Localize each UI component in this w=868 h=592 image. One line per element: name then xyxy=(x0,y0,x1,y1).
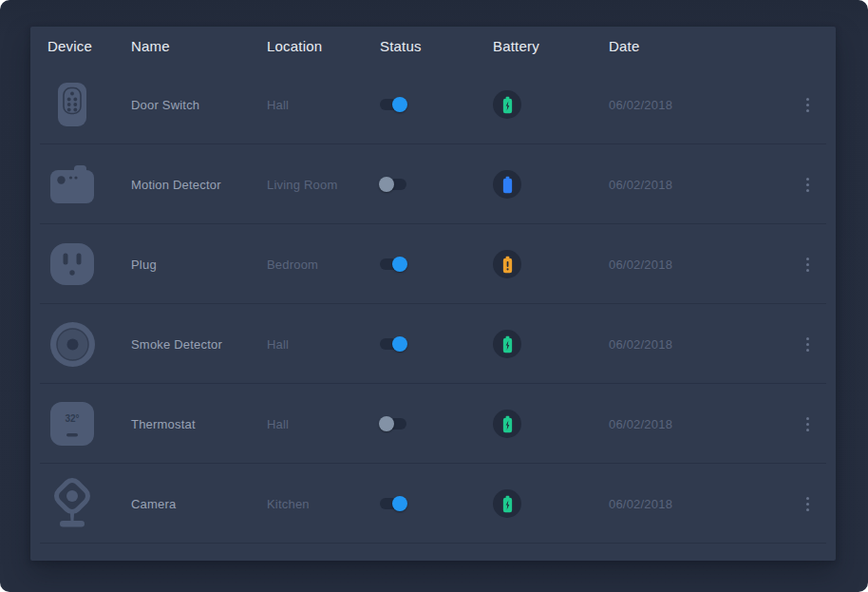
device-location: Kitchen xyxy=(267,497,380,511)
kebab-dot xyxy=(806,178,809,181)
device-name: Plug xyxy=(131,258,267,272)
device-date: 06/02/2018 xyxy=(609,258,800,272)
table-row: Motion Detector Living Room 06/02/2018 xyxy=(30,144,836,224)
kebab-dot xyxy=(806,503,809,506)
kebab-dot xyxy=(806,429,809,431)
kebab-dot xyxy=(806,258,809,260)
device-date: 06/02/2018 xyxy=(609,497,800,511)
kebab-dot xyxy=(806,109,809,112)
device-date: 06/02/2018 xyxy=(609,417,800,431)
status-toggle[interactable] xyxy=(380,338,406,350)
device-location: Hall xyxy=(267,98,380,112)
device-location: Bedroom xyxy=(267,258,380,272)
kebab-dot xyxy=(806,189,809,192)
device-date: 06/02/2018 xyxy=(609,337,800,352)
device-location: Hall xyxy=(267,417,380,431)
kebab-dot xyxy=(806,269,809,272)
table-row: Plug Bedroom 06/02/2018 xyxy=(30,224,836,304)
thermostat-icon: 32° xyxy=(47,397,97,450)
smoke-detector-icon xyxy=(47,317,97,371)
kebab-dot xyxy=(806,508,809,511)
toggle-knob xyxy=(379,416,394,431)
camera-icon xyxy=(47,477,97,530)
battery-charging-icon xyxy=(493,330,521,358)
row-menu-button[interactable] xyxy=(800,494,815,513)
device-date: 06/02/2018 xyxy=(609,98,800,112)
toggle-knob xyxy=(392,97,407,112)
status-toggle[interactable] xyxy=(380,258,406,270)
table-header: Device Name Location Status Battery Date xyxy=(30,27,836,65)
door-switch-icon xyxy=(47,78,97,131)
table-row: Smoke Detector Hall 06/02/2018 xyxy=(30,304,836,384)
battery-charging-icon xyxy=(493,90,521,119)
table-row: 32° Thermostat Hall 06/02/2018 xyxy=(30,384,836,464)
row-menu-button[interactable] xyxy=(800,95,815,114)
device-name: Thermostat xyxy=(131,417,267,431)
device-date: 06/02/2018 xyxy=(609,178,800,192)
kebab-dot xyxy=(806,183,809,186)
toggle-knob xyxy=(392,257,407,272)
kebab-dot xyxy=(806,349,809,352)
device-table-card: Device Name Location Status Battery Date… xyxy=(30,27,836,561)
device-location: Living Room xyxy=(267,178,380,192)
kebab-dot xyxy=(806,98,809,101)
battery-charging-icon xyxy=(493,410,521,438)
battery-full-icon xyxy=(493,170,521,199)
column-header-date: Date xyxy=(609,38,800,54)
app-window: Device Name Location Status Battery Date… xyxy=(0,0,868,592)
row-menu-button[interactable] xyxy=(800,414,815,433)
device-name: Camera xyxy=(131,497,267,511)
column-header-device: Device xyxy=(47,38,131,54)
kebab-dot xyxy=(806,104,809,106)
row-menu-button[interactable] xyxy=(800,334,815,353)
kebab-dot xyxy=(806,337,809,340)
status-toggle[interactable] xyxy=(380,418,406,430)
table-row: Door Switch Hall 06/02/2018 xyxy=(30,65,836,144)
status-toggle[interactable] xyxy=(380,498,406,509)
kebab-dot xyxy=(806,417,809,420)
status-toggle[interactable] xyxy=(380,179,406,190)
toggle-knob xyxy=(379,177,394,192)
plug-icon xyxy=(47,238,97,291)
device-name: Motion Detector xyxy=(131,178,267,192)
status-toggle[interactable] xyxy=(380,99,406,110)
kebab-dot xyxy=(806,423,809,426)
table-row: Camera Kitchen 06/02/2018 xyxy=(30,464,836,544)
battery-charging-icon xyxy=(493,489,521,518)
column-header-battery: Battery xyxy=(493,38,609,54)
kebab-dot xyxy=(806,497,809,500)
column-header-location: Location xyxy=(267,38,380,54)
device-name: Door Switch xyxy=(131,98,267,112)
battery-low-icon xyxy=(493,250,521,278)
column-header-status: Status xyxy=(380,38,493,54)
row-menu-button[interactable] xyxy=(800,175,815,194)
toggle-knob xyxy=(392,336,407,352)
device-location: Hall xyxy=(267,337,380,352)
kebab-dot xyxy=(806,343,809,346)
column-header-name: Name xyxy=(131,38,267,54)
motion-detector-icon xyxy=(47,158,97,211)
toggle-knob xyxy=(392,496,407,511)
thermostat-temperature-label: 32° xyxy=(65,413,79,424)
row-menu-button[interactable] xyxy=(800,255,815,274)
kebab-dot xyxy=(806,263,809,266)
device-name: Smoke Detector xyxy=(131,337,267,352)
